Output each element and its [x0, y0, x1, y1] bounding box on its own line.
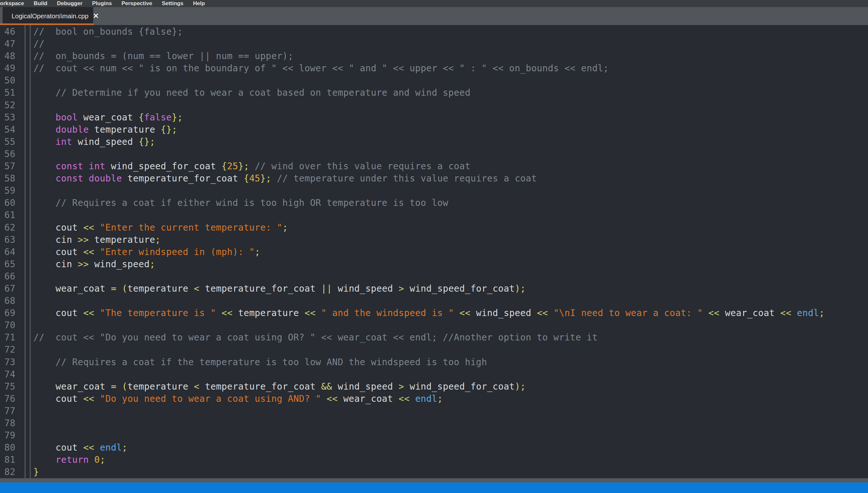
line-number: 69 — [0, 307, 24, 319]
code-line: 69 cout << "The temperature is " << temp… — [0, 307, 868, 319]
code-text: const int wind_speed_for_coat {25}; // w… — [24, 160, 868, 172]
code-line: 74 — [0, 368, 868, 381]
code-line: 80 cout << endl; — [0, 442, 868, 454]
code-text: // cout << num << " is on the boundary o… — [24, 62, 868, 74]
code-line: 55 int wind_speed {}; — [0, 136, 868, 148]
line-number: 49 — [0, 62, 24, 74]
line-number: 58 — [0, 172, 24, 185]
code-line: 57 const int wind_speed_for_coat {25}; /… — [0, 160, 868, 172]
code-text: int wind_speed {}; — [24, 136, 868, 148]
line-number: 68 — [0, 295, 24, 307]
code-text: cout << "Enter windspeed in (mph): "; — [24, 246, 868, 258]
line-number: 72 — [0, 344, 24, 356]
code-line: 79 — [0, 429, 868, 442]
line-number: 81 — [0, 454, 24, 466]
code-text: // bool on_bounds {false}; — [24, 26, 868, 38]
line-number: 67 — [0, 283, 24, 295]
code-line: 59 — [0, 185, 868, 197]
tab-close-icon[interactable]: ✕ — [93, 13, 99, 20]
code-text — [24, 368, 868, 381]
line-number: 73 — [0, 356, 24, 368]
line-number: 46 — [0, 26, 24, 38]
code-line: 49// cout << num << " is on the boundary… — [0, 62, 868, 74]
code-lines: 46// bool on_bounds {false};47//48// on_… — [0, 25, 868, 478]
line-number: 52 — [0, 99, 24, 111]
line-number: 79 — [0, 429, 24, 442]
menu-item-debugger[interactable]: Debugger — [52, 0, 87, 7]
menu-item-orkspace[interactable]: orkspace — [0, 0, 29, 7]
code-text: // cout << "Do you need to wear a coat u… — [24, 331, 868, 344]
line-number: 74 — [0, 368, 24, 381]
code-text — [24, 99, 868, 111]
code-text: // Requires a coat if the temperature is… — [24, 356, 868, 368]
code-text: // Requires a coat if either wind is too… — [24, 197, 868, 209]
code-text: cout << "Do you need to wear a coat usin… — [24, 393, 868, 405]
code-text: cout << "Enter the current temperature: … — [24, 221, 868, 234]
line-number: 53 — [0, 111, 24, 124]
code-line: 46// bool on_bounds {false}; — [0, 26, 868, 38]
line-number: 47 — [0, 38, 24, 50]
code-line: 66 — [0, 271, 868, 283]
horizontal-scrollbar-track[interactable] — [0, 478, 868, 483]
menu-item-perspective[interactable]: Perspective — [117, 0, 157, 7]
menu-bar: orkspaceBuildDebuggerPluginsPerspectiveS… — [0, 0, 868, 7]
line-number: 80 — [0, 442, 24, 454]
code-line: 48// on_bounds = (num == lower || num ==… — [0, 50, 868, 62]
code-text: // — [24, 38, 868, 50]
line-number: 66 — [0, 271, 24, 283]
code-text: wear_coat = (temperature < temperature_f… — [24, 283, 868, 295]
code-text — [24, 319, 868, 331]
line-number: 55 — [0, 136, 24, 148]
code-text — [24, 185, 868, 197]
code-text: // Determine if you need to wear a coat … — [24, 87, 868, 99]
ide-window: orkspaceBuildDebuggerPluginsPerspectiveS… — [0, 0, 868, 493]
code-text: cin >> temperature; — [24, 234, 868, 246]
line-number: 62 — [0, 221, 24, 234]
code-line: 76 cout << "Do you need to wear a coat u… — [0, 393, 868, 405]
line-number: 50 — [0, 74, 24, 87]
line-number: 57 — [0, 160, 24, 172]
tab-label: LogicalOperators\main.cpp — [12, 13, 88, 20]
code-text: bool wear_coat {false}; — [24, 111, 868, 124]
bottom-blue-bar — [0, 483, 868, 493]
line-number: 75 — [0, 381, 24, 393]
line-number: 54 — [0, 124, 24, 136]
menu-item-plugins[interactable]: Plugins — [87, 0, 117, 7]
code-editor[interactable]: 46// bool on_bounds {false};47//48// on_… — [0, 25, 868, 478]
code-line: 64 cout << "Enter windspeed in (mph): "; — [0, 246, 868, 258]
line-number: 64 — [0, 246, 24, 258]
code-line: 47// — [0, 38, 868, 50]
code-text — [24, 271, 868, 283]
code-text: cin >> wind_speed; — [24, 258, 868, 271]
code-text — [24, 295, 868, 307]
line-number: 70 — [0, 319, 24, 331]
code-text: // on_bounds = (num == lower || num == u… — [24, 50, 868, 62]
code-line: 73 // Requires a coat if the temperature… — [0, 356, 868, 368]
code-line: 60 // Requires a coat if either wind is … — [0, 197, 868, 209]
code-line: 63 cin >> temperature; — [0, 234, 868, 246]
tab-bar: LogicalOperators\main.cpp ✕ — [0, 7, 868, 25]
code-line: 51 // Determine if you need to wear a co… — [0, 87, 868, 99]
code-line: 54 double temperature {}; — [0, 124, 868, 136]
menu-item-help[interactable]: Help — [188, 0, 209, 7]
code-text: cout << endl; — [24, 442, 868, 454]
line-number: 61 — [0, 209, 24, 221]
code-line: 82} — [0, 466, 868, 478]
code-line: 81 return 0; — [0, 454, 868, 466]
code-line: 72 — [0, 344, 868, 356]
code-line: 50 — [0, 74, 868, 87]
line-number: 59 — [0, 185, 24, 197]
line-number: 60 — [0, 197, 24, 209]
code-line: 61 — [0, 209, 868, 221]
tab-main-cpp[interactable]: LogicalOperators\main.cpp ✕ — [3, 7, 93, 25]
code-line: 52 — [0, 99, 868, 111]
menu-item-settings[interactable]: Settings — [157, 0, 188, 7]
line-number: 56 — [0, 148, 24, 160]
code-text: } — [24, 466, 868, 478]
code-text — [24, 417, 868, 429]
code-text: wear_coat = (temperature < temperature_f… — [24, 381, 868, 393]
code-text: const double temperature_for_coat {45}; … — [24, 172, 868, 185]
code-text — [24, 74, 868, 87]
menu-item-build[interactable]: Build — [29, 0, 53, 7]
line-number: 78 — [0, 417, 24, 429]
